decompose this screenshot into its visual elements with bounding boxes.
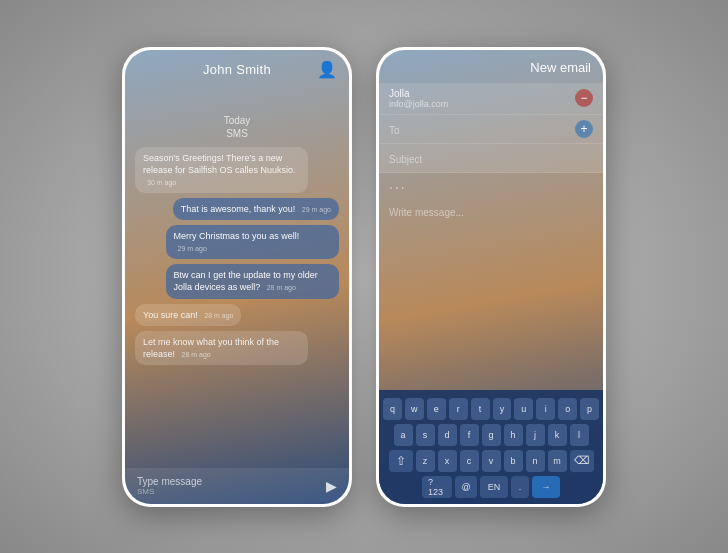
key-t[interactable]: t: [471, 398, 490, 420]
left-phone: John Smith 👤 Today SMS Season's Greeting…: [122, 47, 352, 507]
table-row: That is awesome, thank you! 29 m ago: [135, 198, 339, 220]
more-options-button[interactable]: ···: [379, 173, 603, 201]
keyboard-row-1: q w e r t y u i o p: [383, 398, 599, 420]
list-item: Merry Christmas to you as well! 29 m ago: [166, 225, 339, 259]
date-label: Today: [125, 115, 349, 126]
message-time: 28 m ago: [267, 284, 296, 291]
key-k[interactable]: k: [548, 424, 567, 446]
key-q[interactable]: q: [383, 398, 402, 420]
key-y[interactable]: y: [493, 398, 512, 420]
list-item: Btw can I get the update to my older Jol…: [166, 264, 339, 298]
email-screen-title: New email: [530, 60, 591, 75]
keyboard-bottom-row: ?123 @ EN . →: [383, 476, 599, 498]
language-key[interactable]: EN: [480, 476, 508, 498]
table-row: Let me know what you think of the releas…: [135, 331, 339, 365]
key-o[interactable]: o: [558, 398, 577, 420]
email-screen: New email Jolla info@jolla.com − To +: [379, 50, 603, 504]
message-text: Merry Christmas to you as well!: [174, 231, 300, 241]
from-field-row: Jolla info@jolla.com −: [379, 83, 603, 115]
remove-sender-button[interactable]: −: [575, 89, 593, 107]
key-r[interactable]: r: [449, 398, 468, 420]
table-row: Btw can I get the update to my older Jol…: [135, 264, 339, 298]
keyboard-row-3: ⇧ z x c v b n m ⌫: [383, 450, 599, 472]
message-list: Season's Greetings! There's a new releas…: [125, 147, 349, 366]
sms-type-label: SMS: [125, 128, 349, 139]
symbol-key[interactable]: ?123: [422, 476, 452, 498]
key-l[interactable]: l: [570, 424, 589, 446]
list-item: You sure can! 28 m ago: [135, 304, 241, 326]
table-row: Merry Christmas to you as well! 29 m ago: [135, 225, 339, 259]
message-time: 29 m ago: [302, 206, 331, 213]
table-row: Season's Greetings! There's a new releas…: [135, 147, 339, 193]
subject-field-placeholder[interactable]: Subject: [389, 154, 422, 165]
message-text: That is awesome, thank you!: [181, 204, 296, 214]
subject-field-row: Subject: [379, 144, 603, 173]
message-text: Btw can I get the update to my older Jol…: [174, 270, 318, 292]
key-h[interactable]: h: [504, 424, 523, 446]
key-z[interactable]: z: [416, 450, 435, 472]
key-a[interactable]: a: [394, 424, 413, 446]
key-g[interactable]: g: [482, 424, 501, 446]
from-field-content: Jolla info@jolla.com: [389, 88, 575, 109]
key-w[interactable]: w: [405, 398, 424, 420]
to-field-content: To: [389, 120, 575, 138]
message-text: Let me know what you think of the releas…: [143, 337, 279, 359]
table-row: You sure can! 28 m ago: [135, 304, 339, 326]
list-item: Let me know what you think of the releas…: [135, 331, 308, 365]
backspace-key[interactable]: ⌫: [570, 450, 594, 472]
key-d[interactable]: d: [438, 424, 457, 446]
add-recipient-button[interactable]: +: [575, 120, 593, 138]
message-time: 29 m ago: [178, 245, 207, 252]
email-header: New email: [379, 50, 603, 83]
keyboard: q w e r t y u i o p a s d f g h j k: [379, 390, 603, 504]
message-input-placeholder[interactable]: Type message: [137, 476, 202, 487]
sms-header: John Smith 👤: [125, 50, 349, 85]
to-field-row: To +: [379, 115, 603, 144]
sms-input-area: Type message SMS: [137, 476, 202, 496]
right-phone: New email Jolla info@jolla.com − To +: [376, 47, 606, 507]
key-b[interactable]: b: [504, 450, 523, 472]
key-p[interactable]: p: [580, 398, 599, 420]
sender-email: info@jolla.com: [389, 99, 575, 109]
subject-field-content: Subject: [389, 149, 593, 167]
contact-icon[interactable]: 👤: [317, 60, 337, 79]
send-button[interactable]: ▶: [326, 478, 337, 494]
key-v[interactable]: v: [482, 450, 501, 472]
key-i[interactable]: i: [536, 398, 555, 420]
message-time: 28 m ago: [182, 351, 211, 358]
shift-key[interactable]: ⇧: [389, 450, 413, 472]
to-field-placeholder[interactable]: To: [389, 125, 400, 136]
sms-contact-name: John Smith: [203, 62, 271, 77]
sms-screen: John Smith 👤 Today SMS Season's Greeting…: [125, 50, 349, 504]
key-x[interactable]: x: [438, 450, 457, 472]
key-f[interactable]: f: [460, 424, 479, 446]
sms-footer-label: SMS: [137, 487, 202, 496]
message-text: Season's Greetings! There's a new releas…: [143, 153, 296, 175]
email-body-field[interactable]: Write message...: [379, 201, 603, 241]
message-time: 30 m ago: [147, 179, 176, 186]
message-text: You sure can!: [143, 310, 198, 320]
enter-key[interactable]: →: [532, 476, 560, 498]
key-u[interactable]: u: [514, 398, 533, 420]
key-s[interactable]: s: [416, 424, 435, 446]
at-key[interactable]: @: [455, 476, 477, 498]
key-c[interactable]: c: [460, 450, 479, 472]
period-key[interactable]: .: [511, 476, 529, 498]
message-time: 28 m ago: [204, 312, 233, 319]
key-e[interactable]: e: [427, 398, 446, 420]
list-item: That is awesome, thank you! 29 m ago: [173, 198, 339, 220]
key-j[interactable]: j: [526, 424, 545, 446]
email-form: Jolla info@jolla.com − To + Subject: [379, 83, 603, 173]
sender-name: Jolla: [389, 88, 575, 99]
keyboard-row-2: a s d f g h j k l: [383, 424, 599, 446]
sms-footer: Type message SMS ▶: [125, 468, 349, 504]
key-n[interactable]: n: [526, 450, 545, 472]
key-m[interactable]: m: [548, 450, 567, 472]
list-item: Season's Greetings! There's a new releas…: [135, 147, 308, 193]
